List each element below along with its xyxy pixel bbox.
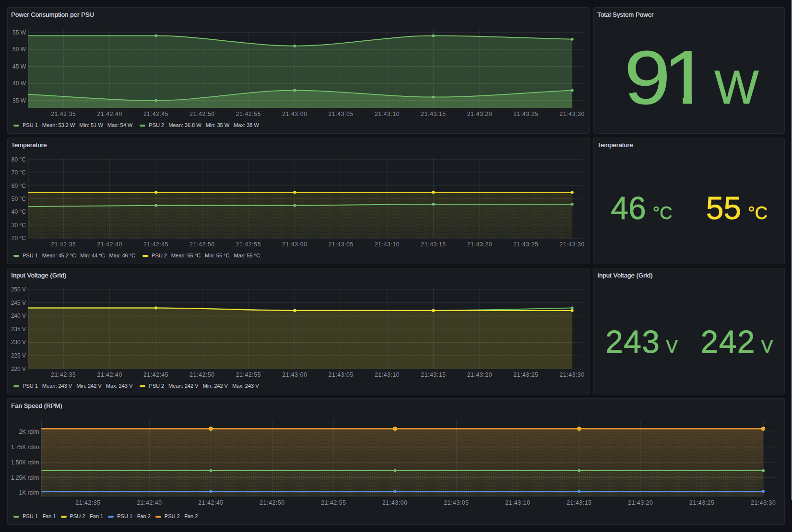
svg-text:235 V: 235 V bbox=[11, 326, 26, 333]
svg-text:21:43:00: 21:43:00 bbox=[282, 371, 307, 378]
svg-text:21:43:20: 21:43:20 bbox=[467, 241, 492, 248]
svg-text:245 V: 245 V bbox=[11, 300, 26, 306]
svg-text:21:42:40: 21:42:40 bbox=[137, 499, 162, 506]
svg-text:1.25K rd/m: 1.25K rd/m bbox=[11, 474, 39, 481]
svg-text:70 °C: 70 °C bbox=[12, 169, 26, 176]
svg-text:30 °C: 30 °C bbox=[12, 222, 26, 229]
svg-text:40 °C: 40 °C bbox=[12, 208, 26, 215]
svg-text:50 W: 50 W bbox=[12, 46, 26, 53]
svg-text:21:43:30: 21:43:30 bbox=[560, 371, 585, 378]
svg-text:21:43:30: 21:43:30 bbox=[751, 499, 776, 506]
svg-text:21:43:10: 21:43:10 bbox=[375, 241, 400, 248]
svg-text:21:42:45: 21:42:45 bbox=[143, 111, 168, 117]
svg-text:240 V: 240 V bbox=[11, 312, 26, 319]
svg-text:21:43:00: 21:43:00 bbox=[382, 499, 407, 506]
svg-text:2K rd/m: 2K rd/m bbox=[19, 428, 39, 435]
svg-text:1.75K rd/m: 1.75K rd/m bbox=[11, 444, 39, 451]
svg-text:21:43:10: 21:43:10 bbox=[375, 111, 400, 117]
svg-text:21:42:50: 21:42:50 bbox=[189, 111, 214, 117]
svg-text:21:42:45: 21:42:45 bbox=[198, 499, 223, 506]
svg-text:21:43:25: 21:43:25 bbox=[513, 241, 538, 248]
svg-text:21:43:00: 21:43:00 bbox=[282, 111, 307, 117]
svg-text:21:42:40: 21:42:40 bbox=[97, 111, 122, 117]
svg-text:21:42:35: 21:42:35 bbox=[75, 499, 100, 506]
svg-text:21:43:05: 21:43:05 bbox=[444, 499, 469, 506]
svg-text:21:42:50: 21:42:50 bbox=[260, 499, 284, 506]
svg-text:21:42:35: 21:42:35 bbox=[51, 241, 76, 248]
svg-text:45 W: 45 W bbox=[12, 63, 26, 70]
svg-text:21:43:05: 21:43:05 bbox=[329, 111, 354, 117]
svg-text:21:42:45: 21:42:45 bbox=[143, 241, 168, 248]
svg-text:80 °C: 80 °C bbox=[12, 156, 26, 163]
svg-text:50 °C: 50 °C bbox=[12, 196, 26, 202]
svg-text:220 V: 220 V bbox=[11, 366, 26, 372]
svg-text:21:43:00: 21:43:00 bbox=[282, 241, 307, 248]
svg-text:21:43:05: 21:43:05 bbox=[329, 371, 354, 378]
svg-text:21:42:45: 21:42:45 bbox=[143, 371, 168, 378]
svg-text:1.50K rd/m: 1.50K rd/m bbox=[11, 459, 39, 466]
svg-text:21:42:55: 21:42:55 bbox=[236, 241, 261, 248]
svg-text:21:43:25: 21:43:25 bbox=[513, 371, 538, 378]
svg-text:21:43:20: 21:43:20 bbox=[467, 371, 492, 378]
svg-text:21:43:15: 21:43:15 bbox=[567, 499, 591, 506]
svg-text:225 V: 225 V bbox=[11, 352, 26, 359]
svg-text:21:42:50: 21:42:50 bbox=[189, 371, 214, 378]
svg-text:21:43:10: 21:43:10 bbox=[375, 371, 400, 378]
svg-text:35 W: 35 W bbox=[12, 97, 26, 104]
svg-text:21:43:15: 21:43:15 bbox=[421, 241, 446, 248]
svg-text:21:42:50: 21:42:50 bbox=[189, 241, 214, 248]
svg-text:40 W: 40 W bbox=[12, 80, 26, 87]
svg-text:21:42:40: 21:42:40 bbox=[97, 241, 122, 248]
svg-text:21:42:55: 21:42:55 bbox=[321, 499, 346, 506]
svg-text:20 °C: 20 °C bbox=[12, 235, 26, 242]
svg-text:21:43:15: 21:43:15 bbox=[421, 111, 446, 117]
svg-text:21:42:55: 21:42:55 bbox=[236, 111, 261, 117]
svg-text:21:42:35: 21:42:35 bbox=[51, 111, 76, 117]
svg-text:21:43:30: 21:43:30 bbox=[560, 241, 585, 248]
svg-text:60 °C: 60 °C bbox=[12, 183, 26, 189]
svg-text:21:43:05: 21:43:05 bbox=[329, 241, 354, 248]
svg-text:21:43:15: 21:43:15 bbox=[421, 371, 446, 378]
svg-text:250 V: 250 V bbox=[11, 286, 26, 293]
svg-text:21:43:25: 21:43:25 bbox=[689, 499, 714, 506]
svg-text:21:43:20: 21:43:20 bbox=[467, 111, 492, 117]
svg-text:21:42:40: 21:42:40 bbox=[97, 371, 122, 378]
svg-text:21:43:20: 21:43:20 bbox=[628, 499, 653, 506]
svg-text:1K rd/m: 1K rd/m bbox=[19, 489, 39, 496]
svg-text:21:43:25: 21:43:25 bbox=[513, 111, 538, 117]
svg-text:230 V: 230 V bbox=[11, 339, 26, 346]
svg-text:21:42:55: 21:42:55 bbox=[236, 371, 261, 378]
svg-text:21:43:30: 21:43:30 bbox=[560, 111, 585, 117]
svg-text:21:43:10: 21:43:10 bbox=[505, 499, 530, 506]
svg-text:21:42:35: 21:42:35 bbox=[51, 371, 76, 378]
svg-text:55 W: 55 W bbox=[12, 29, 26, 36]
